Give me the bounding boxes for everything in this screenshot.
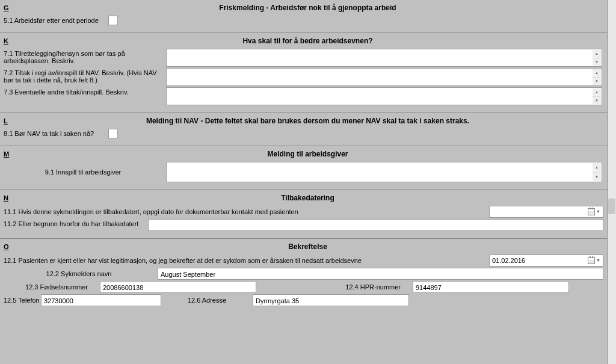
row-11-2: 11.2 Eller begrunn hvorfor du har tilbak… bbox=[4, 219, 603, 231]
spinner-7-2[interactable]: ▲ ▼ bbox=[593, 69, 601, 85]
row-7-1: 7.1 Tilrettelegging/hensyn som bør tas p… bbox=[4, 49, 603, 67]
section-m-title: Melding til arbeidsgiver bbox=[267, 150, 348, 158]
row-9-1: 9.1 Innspill til arbeidsgiver ▲ ▼ bbox=[4, 162, 603, 182]
section-n-letter: N bbox=[4, 194, 12, 202]
spin-up-icon[interactable]: ▲ bbox=[593, 163, 601, 172]
section-m-letter: M bbox=[4, 150, 12, 158]
label-7-3: 7.3 Eventuelle andre tiltak/innspill. Be… bbox=[4, 87, 166, 97]
section-k-title: Hva skal til for å bedre arbeidsevnen? bbox=[242, 37, 372, 45]
chevron-down-icon: ▼ bbox=[596, 256, 600, 265]
label-8-1: 8.1 Bør NAV ta tak i saken nå? bbox=[4, 129, 106, 138]
row-12-5-6: 12.5 Telefon 32730000 12.6 Adresse Dyrmy… bbox=[4, 294, 603, 306]
section-m: M Melding til arbeidsgiver 9.1 Innspill … bbox=[0, 146, 607, 190]
section-m-title-wrap: Melding til arbeidsgiver bbox=[12, 150, 603, 158]
label-12-5: 12.5 Telefon bbox=[4, 297, 37, 304]
spin-down-icon[interactable]: ▼ bbox=[593, 96, 601, 105]
section-l: L Melding til NAV - Dette feltet skal ba… bbox=[0, 113, 607, 146]
input-12-5[interactable]: 32730000 bbox=[41, 294, 161, 306]
spin-up-icon[interactable]: ▲ bbox=[593, 50, 601, 58]
input-12-2[interactable]: August September bbox=[158, 268, 603, 280]
spin-down-icon[interactable]: ▼ bbox=[593, 172, 601, 182]
section-n-title: Tilbakedatering bbox=[281, 194, 334, 202]
section-n-header: N Tilbakedatering bbox=[4, 194, 603, 202]
spin-down-icon[interactable]: ▼ bbox=[593, 77, 601, 85]
spinner-7-3[interactable]: ▲ ▼ bbox=[593, 88, 601, 104]
section-k-letter: K bbox=[4, 37, 12, 45]
row-5-1: 5.1 Arbeidsfør etter endt periode bbox=[4, 16, 603, 25]
section-k-header: K Hva skal til for å bedre arbeidsevnen? bbox=[4, 37, 603, 45]
section-n: N Tilbakedatering 11.1 Hvis denne sykmel… bbox=[0, 190, 607, 238]
row-12-3-4: 12.3 Fødselsnummer 20086600138 12.4 HPR-… bbox=[4, 281, 603, 293]
section-n-title-wrap: Tilbakedatering bbox=[12, 194, 603, 202]
spin-down-icon[interactable]: ▼ bbox=[593, 58, 601, 66]
date-value-12-1: 01.02.2016 bbox=[492, 256, 525, 265]
section-o: O Bekreftelse 12.1 Pasienten er kjent el… bbox=[0, 238, 607, 313]
label-12-6: 12.6 Adresse bbox=[165, 297, 249, 304]
input-12-3-value: 20086600138 bbox=[103, 284, 143, 291]
label-11-2: 11.2 Eller begrunn hvorfor du har tilbak… bbox=[4, 219, 148, 229]
label-5-1: 5.1 Arbeidsfør etter endt periode bbox=[4, 16, 106, 25]
page-root: G Friskmelding - Arbeidsfør nok til å gj… bbox=[0, 0, 616, 364]
section-k: K Hva skal til for å bedre arbeidsevnen?… bbox=[0, 32, 607, 113]
input-12-6-value: Dyrmyrgata 35 bbox=[256, 297, 299, 304]
section-l-title: Melding til NAV - Dette feltet skal bare… bbox=[146, 117, 469, 125]
section-l-title-wrap: Melding til NAV - Dette feltet skal bare… bbox=[12, 117, 603, 125]
section-g-title-wrap: Friskmelding - Arbeidsfør nok til å gjen… bbox=[12, 4, 603, 12]
spin-up-icon[interactable]: ▲ bbox=[593, 88, 601, 96]
row-8-1: 8.1 Bør NAV ta tak i saken nå? bbox=[4, 129, 603, 138]
date-input-11-1[interactable]: ▼ bbox=[489, 206, 603, 218]
label-12-3: 12.3 Fødselsnummer bbox=[4, 283, 88, 291]
label-12-2: 12.2 Sykmelders navn bbox=[4, 270, 154, 277]
input-12-5-value: 32730000 bbox=[44, 297, 73, 304]
section-g-header: G Friskmelding - Arbeidsfør nok til å gj… bbox=[4, 4, 603, 12]
spin-up-icon[interactable]: ▲ bbox=[593, 69, 601, 77]
label-11-1: 11.1 Hvis denne sykmeldingen er tilbaked… bbox=[4, 208, 482, 215]
section-o-letter: O bbox=[4, 243, 12, 250]
input-11-2[interactable] bbox=[148, 219, 603, 231]
section-g-title: Friskmelding - Arbeidsfør nok til å gjen… bbox=[219, 4, 396, 12]
spinner-7-1[interactable]: ▲ ▼ bbox=[593, 50, 601, 66]
section-k-title-wrap: Hva skal til for å bedre arbeidsevnen? bbox=[12, 37, 603, 45]
calendar-trigger-12-1[interactable]: ▼ bbox=[588, 256, 600, 265]
input-12-2-value: August September bbox=[161, 271, 215, 278]
label-12-4: 12.4 HPR-nummer bbox=[268, 283, 401, 291]
input-12-4-value: 9144897 bbox=[416, 284, 442, 291]
row-7-2: 7.2 Tiltak i regi av/innspill til NAV. B… bbox=[4, 68, 603, 86]
textarea-7-3[interactable]: ▲ ▼ bbox=[166, 87, 602, 105]
input-12-6[interactable]: Dyrmyrgata 35 bbox=[253, 294, 409, 306]
calendar-trigger-11-1[interactable]: ▼ bbox=[588, 207, 600, 217]
textarea-9-1[interactable]: ▲ ▼ bbox=[166, 162, 602, 182]
calendar-icon bbox=[588, 257, 595, 264]
row-11-1: 11.1 Hvis denne sykmeldingen er tilbaked… bbox=[4, 206, 603, 218]
section-g-letter: G bbox=[4, 4, 12, 11]
input-12-3[interactable]: 20086600138 bbox=[100, 281, 256, 293]
section-o-title-wrap: Bekreftelse bbox=[12, 242, 603, 251]
label-12-1: 12.1 Pasienten er kjent eller har vist l… bbox=[4, 257, 482, 264]
scrollbar-thumb[interactable] bbox=[608, 199, 615, 214]
section-o-title: Bekreftelse bbox=[288, 242, 327, 251]
textarea-7-2[interactable]: ▲ ▼ bbox=[166, 68, 602, 86]
form-area: G Friskmelding - Arbeidsfør nok til å gj… bbox=[0, 0, 608, 364]
section-o-header: O Bekreftelse bbox=[4, 242, 603, 251]
section-m-header: M Melding til arbeidsgiver bbox=[4, 150, 603, 158]
section-l-letter: L bbox=[4, 117, 12, 125]
vertical-scrollbar[interactable] bbox=[608, 0, 616, 364]
label-7-1: 7.1 Tilrettelegging/hensyn som bør tas p… bbox=[4, 49, 166, 66]
label-7-2: 7.2 Tiltak i regi av/innspill til NAV. B… bbox=[4, 68, 166, 85]
label-9-1: 9.1 Innspill til arbeidsgiver bbox=[4, 167, 166, 177]
chevron-down-icon: ▼ bbox=[596, 207, 600, 217]
spinner-9-1[interactable]: ▲ ▼ bbox=[593, 163, 601, 181]
calendar-icon bbox=[588, 208, 595, 215]
row-12-1: 12.1 Pasienten er kjent eller har vist l… bbox=[4, 254, 603, 267]
row-12-2: 12.2 Sykmelders navn August September bbox=[4, 268, 603, 280]
row-7-3: 7.3 Eventuelle andre tiltak/innspill. Be… bbox=[4, 87, 603, 105]
section-l-header: L Melding til NAV - Dette feltet skal ba… bbox=[4, 117, 603, 125]
checkbox-5-1[interactable] bbox=[108, 16, 118, 25]
checkbox-8-1[interactable] bbox=[108, 129, 118, 138]
textarea-7-1[interactable]: ▲ ▼ bbox=[166, 49, 602, 67]
date-input-12-1[interactable]: 01.02.2016 ▼ bbox=[489, 254, 603, 267]
section-g: G Friskmelding - Arbeidsfør nok til å gj… bbox=[0, 0, 607, 32]
input-12-4[interactable]: 9144897 bbox=[413, 281, 569, 293]
